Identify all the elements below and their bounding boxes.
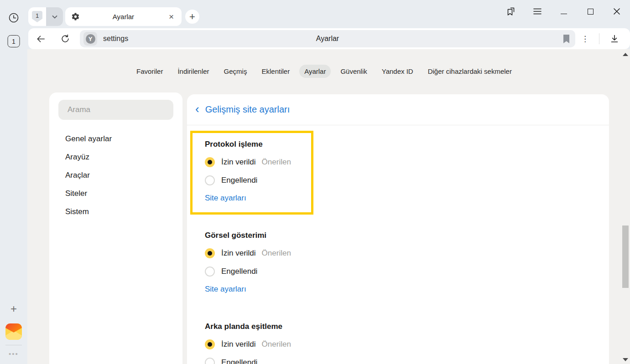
gear-icon <box>71 12 80 21</box>
reload-icon[interactable] <box>58 32 72 46</box>
radio-selected-icon[interactable] <box>205 248 215 258</box>
url-text: settings <box>103 35 128 43</box>
nav-tab-yandex-id[interactable]: Yandex ID <box>377 65 418 78</box>
mail-icon[interactable] <box>5 323 22 340</box>
collections-icon[interactable] <box>506 6 516 16</box>
scrollbar-thumb[interactable] <box>622 226 629 288</box>
section-title: Görsel gösterimi <box>205 230 333 241</box>
radio-option-engellendi[interactable]: Engellendi <box>205 262 333 281</box>
mail-flap <box>5 323 22 333</box>
hamburger-menu-icon[interactable] <box>532 6 542 16</box>
toolbar-divider <box>599 33 599 44</box>
nav-tab-gecmis[interactable]: Geçmiş <box>219 65 252 78</box>
nav-tab-guvenlik[interactable]: Güvenlik <box>335 65 372 78</box>
section-protokol-isleme: Protokol işleme İzin verildi Önerilen En… <box>190 131 313 215</box>
history-clock-icon[interactable] <box>7 11 20 24</box>
search-box[interactable] <box>58 100 173 120</box>
option-label[interactable]: İzin verildi <box>221 340 256 349</box>
tab-title: Ayarlar <box>80 13 167 21</box>
browser-toolbar: Y settings Ayarlar ⋮ <box>28 28 630 49</box>
minimize-icon[interactable] <box>559 6 569 16</box>
section-title: Arka planda eşitleme <box>205 321 333 333</box>
sidebar-item-siteler[interactable]: Siteler <box>49 185 182 203</box>
radio-option-engellendi[interactable]: Engellendi <box>205 171 311 190</box>
option-label[interactable]: Engellendi <box>221 267 257 276</box>
sidebar-item-arayuz[interactable]: Arayüz <box>49 148 182 166</box>
browser-tab-ayarlar[interactable]: Ayarlar × <box>65 7 182 26</box>
section-gorsel-gosterimi: Görsel gösterimi İzin verildi Önerilen E… <box>205 230 333 296</box>
maximize-icon[interactable] <box>585 6 595 16</box>
option-label[interactable]: İzin verildi <box>221 158 256 167</box>
nav-tab-favoriler[interactable]: Favoriler <box>131 65 168 78</box>
rail-divider <box>5 345 22 345</box>
recommended-badge: Önerilen <box>262 158 291 167</box>
window-controls <box>506 5 622 18</box>
nav-tab-eklentiler[interactable]: Eklentiler <box>256 65 295 78</box>
rail-plus-icon[interactable]: + <box>7 302 20 315</box>
back-chevron-icon: ‹ <box>195 103 199 115</box>
scroll-down-icon[interactable] <box>623 358 628 361</box>
radio-option-izin-verildi[interactable]: İzin verildi Önerilen <box>205 244 333 262</box>
tab-group-chip[interactable]: 1 <box>28 7 63 26</box>
page-scrollbar <box>621 49 630 364</box>
section-title: Protokol işleme <box>205 138 311 150</box>
toolbar-actions: ⋮ <box>576 32 630 46</box>
tab-group-count[interactable]: 1 <box>28 7 46 26</box>
section-arka-planda-esitleme: Arka planda eşitleme İzin verildi Öneril… <box>205 321 333 364</box>
omnibox-page-title: Ayarlar <box>80 35 575 43</box>
left-rail: 1 + ••• <box>0 0 27 364</box>
settings-main-panel: ‹ Gelişmiş site ayarları Protokol işleme… <box>187 94 609 364</box>
tab-close-icon[interactable]: × <box>167 11 176 22</box>
page-header-back[interactable]: ‹ Gelişmiş site ayarları <box>187 94 609 125</box>
download-icon[interactable] <box>607 32 622 46</box>
radio-unselected-icon[interactable] <box>205 175 215 185</box>
site-info-badge[interactable]: Y <box>83 32 97 46</box>
settings-page: Favoriler İndirilenler Geçmiş Eklentiler… <box>27 49 630 364</box>
site-settings-link[interactable]: Site ayarları <box>205 191 311 205</box>
nav-tab-indirilenler[interactable]: İndirilenler <box>172 65 214 78</box>
radio-unselected-icon[interactable] <box>205 358 215 364</box>
settings-sidebar: Genel ayarlar Arayüz Araçlar Siteler Sis… <box>49 92 182 364</box>
recommended-badge: Önerilen <box>262 249 291 258</box>
option-label[interactable]: Engellendi <box>221 358 257 364</box>
sidebar-item-sistem[interactable]: Sistem <box>49 203 182 221</box>
option-label[interactable]: Engellendi <box>221 176 257 185</box>
address-bar[interactable]: Y settings Ayarlar <box>80 30 575 47</box>
sidebar-item-genel-ayarlar[interactable]: Genel ayarlar <box>49 130 182 148</box>
site-settings-link[interactable]: Site ayarları <box>205 282 333 296</box>
scroll-up-icon[interactable] <box>623 53 628 56</box>
radio-selected-icon[interactable] <box>205 339 215 349</box>
bookmark-icon[interactable] <box>563 35 570 43</box>
new-tab-button[interactable]: + <box>185 10 199 24</box>
nav-tab-diger-cihazlar[interactable]: Diğer cihazlardaki sekmeler <box>423 65 517 78</box>
titlebar: 1 Ayarlar × + <box>27 0 630 28</box>
option-label[interactable]: İzin verildi <box>221 249 256 258</box>
back-icon[interactable] <box>34 32 47 46</box>
rail-more-icon[interactable]: ••• <box>5 349 22 358</box>
tab-count-badge[interactable]: 1 <box>8 35 20 47</box>
radio-option-izin-verildi[interactable]: İzin verildi Önerilen <box>205 153 311 171</box>
radio-option-engellendi[interactable]: Engellendi <box>205 354 333 364</box>
radio-selected-icon[interactable] <box>205 157 215 167</box>
chevron-down-icon[interactable] <box>46 7 63 26</box>
recommended-badge: Önerilen <box>262 340 291 349</box>
sidebar-item-araclar[interactable]: Araçlar <box>49 166 182 185</box>
close-icon[interactable] <box>612 6 622 16</box>
more-options-icon[interactable]: ⋮ <box>576 34 594 44</box>
page-title: Gelişmiş site ayarları <box>205 104 290 115</box>
radio-unselected-icon[interactable] <box>205 267 215 277</box>
nav-tab-ayarlar[interactable]: Ayarlar <box>299 65 331 78</box>
search-input[interactable] <box>58 105 173 114</box>
yandex-favicon: Y <box>86 34 95 44</box>
tab-group-badge: 1 <box>32 11 42 22</box>
settings-nav-tabs: Favoriler İndirilenler Geçmiş Eklentiler… <box>27 65 621 78</box>
sidebar-menu: Genel ayarlar Arayüz Araçlar Siteler Sis… <box>49 130 182 221</box>
radio-option-izin-verildi[interactable]: İzin verildi Önerilen <box>205 335 333 354</box>
